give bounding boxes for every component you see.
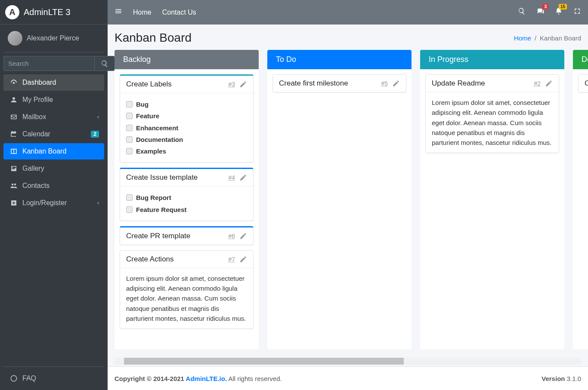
kanban-card[interactable]: Create Actions#7Lorem ipsum dolor sit am… <box>120 250 254 329</box>
checklist-item[interactable]: Feature Request <box>126 204 247 215</box>
card-header: Update Readme#2 <box>426 75 559 92</box>
top-navbar: Home Contact Us 3 15 <box>108 0 588 25</box>
card-tools: #7 <box>228 255 247 263</box>
sidebar-item-label: Dashboard <box>22 79 99 86</box>
card-title: Update Readme <box>432 79 485 88</box>
checklist-item[interactable]: Documentation <box>126 134 247 145</box>
checklist-item[interactable]: Bug <box>126 98 247 110</box>
sidebar-item-label: Calendar <box>22 130 91 138</box>
card-id-link[interactable]: #2 <box>534 80 541 87</box>
sidebar-item-faq[interactable]: FAQ <box>3 370 104 387</box>
card-body: BugFeatureEnhancementDocumentationExampl… <box>120 93 253 162</box>
scrollbar-thumb[interactable] <box>124 358 404 365</box>
pencil-icon[interactable] <box>239 174 247 181</box>
chevron-left-icon: ‹ <box>97 200 99 206</box>
column-body[interactable]: Create first milestone#5 <box>267 69 412 98</box>
brand-link[interactable]: A AdminLTE 3 <box>0 0 108 25</box>
search-input[interactable] <box>3 56 94 71</box>
pencil-icon[interactable] <box>545 80 553 87</box>
page-title: Kanban Board <box>115 31 192 45</box>
kanban-column: In ProgressUpdate Readme#2Lorem ipsum do… <box>420 50 564 349</box>
sidebar-item-contacts[interactable]: Contacts <box>3 178 104 194</box>
checkbox[interactable] <box>126 113 133 119</box>
checkbox[interactable] <box>126 206 133 213</box>
sidebar-item-dashboard[interactable]: Dashboard <box>3 74 104 91</box>
card-tools: #5 <box>381 80 400 87</box>
user-panel[interactable]: Alexander Pierce <box>3 25 104 52</box>
circle-icon <box>9 375 19 382</box>
card-id-link[interactable]: #4 <box>228 174 235 181</box>
checkbox[interactable] <box>126 101 133 107</box>
sidebar-item-login-register[interactable]: Login/Register‹ <box>3 195 104 211</box>
sidebar-item-label: My Profile <box>22 96 99 104</box>
navbar-search-button[interactable] <box>518 7 526 17</box>
pencil-icon[interactable] <box>239 255 247 263</box>
column-body[interactable]: Update Readme#2Lorem ipsum dolor sit ame… <box>420 69 564 158</box>
kanban-card[interactable]: Create PR template#6 <box>120 226 254 245</box>
sidebar-item-my-profile[interactable]: My Profile <box>3 92 104 108</box>
breadcrumb-home[interactable]: Home <box>514 34 531 42</box>
sidebar-item-label: Gallery <box>22 165 99 172</box>
kanban-card[interactable]: Create Issue template#4Bug ReportFeature… <box>120 168 254 221</box>
card-id-link[interactable]: #7 <box>228 256 235 263</box>
column-body[interactable]: Create repo#1 <box>573 69 588 98</box>
sidebar-item-calendar[interactable]: Calendar2 <box>3 126 104 142</box>
card-title: Create Actions <box>126 255 174 264</box>
footer-version: 3.1.0 <box>565 375 581 382</box>
column-body[interactable]: Create Labels#3BugFeatureEnhancementDocu… <box>115 69 259 334</box>
menu-toggle-button[interactable] <box>115 7 122 17</box>
card-tools: #6 <box>228 232 247 240</box>
envelope-icon <box>9 113 19 121</box>
content-header: Kanban Board Home / Kanban Board <box>108 25 588 50</box>
footer-copyright: Copyright © 2014-2021 <box>115 375 186 382</box>
pencil-icon[interactable] <box>239 232 247 240</box>
brand-text: AdminLTE 3 <box>24 7 71 17</box>
footer-link[interactable]: AdminLTE.io. <box>186 375 227 382</box>
sidebar-nav: DashboardMy ProfileMailbox‹Calendar2Kanb… <box>0 74 108 366</box>
sidebar-item-gallery[interactable]: Gallery <box>3 160 104 177</box>
footer: Copyright © 2014-2021 AdminLTE.io. All r… <box>108 366 588 390</box>
footer-version-label: Version <box>542 375 565 382</box>
breadcrumb-current: Kanban Board <box>540 34 581 42</box>
horizontal-scrollbar[interactable] <box>115 358 581 365</box>
navbar-notifications-button[interactable]: 15 <box>555 7 563 17</box>
brand-logo-icon: A <box>5 5 19 19</box>
column-header: To Do <box>267 50 412 69</box>
card-id-link[interactable]: #6 <box>228 233 235 240</box>
checklist: Bug ReportFeature Request <box>126 192 247 215</box>
navbar-link-home[interactable]: Home <box>133 9 152 16</box>
sidebar-search <box>0 52 108 74</box>
checklist-item[interactable]: Examples <box>126 145 247 157</box>
checklist-item[interactable]: Enhancement <box>126 122 247 134</box>
pencil-icon[interactable] <box>392 80 400 87</box>
checkbox[interactable] <box>126 136 133 143</box>
dashboard-icon <box>9 79 19 86</box>
kanban-card[interactable]: Create Labels#3BugFeatureEnhancementDocu… <box>120 74 254 163</box>
checklist-label: Bug <box>136 99 149 109</box>
card-body: Lorem ipsum dolor sit amet, consectetuer… <box>426 92 559 153</box>
checklist-item[interactable]: Feature <box>126 110 247 122</box>
checkbox[interactable] <box>126 194 133 201</box>
kanban-card[interactable]: Update Readme#2Lorem ipsum dolor sit ame… <box>425 74 559 153</box>
navbar-messages-button[interactable]: 3 <box>536 7 544 17</box>
card-id-link[interactable]: #3 <box>228 81 235 88</box>
sidebar-item-label: Login/Register <box>22 199 97 207</box>
fullscreen-button[interactable] <box>573 7 581 17</box>
sidebar-item-kanban-board[interactable]: Kanban Board <box>3 143 104 160</box>
sidebar: A AdminLTE 3 Alexander Pierce DashboardM… <box>0 0 108 390</box>
search-icon <box>518 7 526 15</box>
checklist-label: Documentation <box>136 135 183 144</box>
checkbox[interactable] <box>126 125 133 131</box>
pencil-icon[interactable] <box>239 80 247 88</box>
calendar-icon <box>9 130 19 138</box>
sidebar-item-label: FAQ <box>22 375 99 382</box>
navbar-link-contact[interactable]: Contact Us <box>162 9 196 16</box>
kanban-card[interactable]: Create first milestone#5 <box>272 74 406 92</box>
sidebar-item-mailbox[interactable]: Mailbox‹ <box>3 109 104 125</box>
checkbox[interactable] <box>126 148 133 154</box>
checklist-item[interactable]: Bug Report <box>126 192 247 203</box>
card-id-link[interactable]: #5 <box>381 80 388 87</box>
kanban-board[interactable]: BacklogCreate Labels#3BugFeatureEnhancem… <box>115 50 588 358</box>
columns-icon <box>9 147 19 155</box>
kanban-card[interactable]: Create repo#1 <box>578 74 588 92</box>
